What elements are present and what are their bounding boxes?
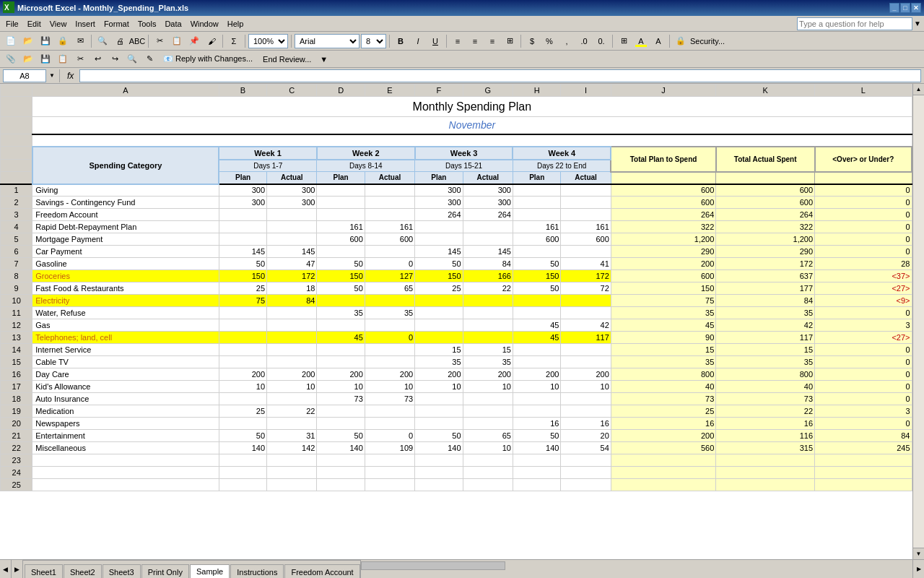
num-cell[interactable]: 84: [716, 295, 815, 307]
num-cell[interactable]: [219, 319, 266, 332]
scroll-down-btn[interactable]: ▼: [913, 548, 925, 559]
num-cell[interactable]: [267, 307, 317, 319]
num-cell[interactable]: 145: [267, 246, 317, 258]
num-cell[interactable]: 0: [365, 430, 414, 442]
num-cell[interactable]: 10: [365, 381, 414, 393]
num-cell[interactable]: 600: [716, 197, 815, 209]
review-icon9[interactable]: ✎: [141, 52, 157, 66]
row-header-h3[interactable]: [1, 172, 32, 184]
decrease-decimal-btn[interactable]: 0.: [593, 34, 609, 48]
num-cell[interactable]: [219, 332, 266, 344]
row-header-22[interactable]: 22: [1, 442, 32, 454]
num-cell[interactable]: 290: [611, 246, 716, 258]
num-cell[interactable]: 150: [219, 270, 266, 282]
menu-tools[interactable]: Tools: [134, 18, 161, 30]
num-cell[interactable]: 15: [415, 344, 463, 356]
num-cell[interactable]: 161: [317, 221, 365, 233]
num-cell[interactable]: [267, 356, 317, 368]
num-cell[interactable]: [716, 467, 815, 479]
num-cell[interactable]: 10: [463, 442, 513, 454]
num-cell[interactable]: [415, 418, 463, 430]
num-cell[interactable]: 75: [611, 295, 716, 307]
print-btn[interactable]: 🖨: [112, 34, 128, 48]
num-cell[interactable]: 10: [463, 381, 513, 393]
num-cell[interactable]: 150: [513, 270, 560, 282]
num-cell[interactable]: 600: [513, 233, 560, 246]
review-icon7[interactable]: ↪: [107, 52, 123, 66]
num-cell[interactable]: [513, 467, 560, 479]
num-cell[interactable]: <37>: [815, 270, 912, 282]
num-cell[interactable]: [513, 405, 560, 418]
review-icon8[interactable]: 🔍: [124, 52, 140, 66]
cat-cell-19[interactable]: Medication: [32, 405, 219, 418]
num-cell[interactable]: 3: [815, 319, 912, 332]
num-cell[interactable]: [463, 221, 513, 233]
num-cell[interactable]: 42: [561, 319, 611, 332]
num-cell[interactable]: [219, 209, 266, 221]
num-cell[interactable]: 0: [815, 368, 912, 381]
num-cell[interactable]: 145: [415, 246, 463, 258]
num-cell[interactable]: [513, 356, 560, 368]
num-cell[interactable]: 40: [611, 381, 716, 393]
row-header-20[interactable]: 20: [1, 418, 32, 430]
row-header-h1[interactable]: [1, 147, 32, 160]
num-cell[interactable]: 0: [815, 344, 912, 356]
num-cell[interactable]: [267, 393, 317, 405]
cell-reference[interactable]: A8: [3, 69, 46, 82]
num-cell[interactable]: 637: [716, 270, 815, 282]
num-cell[interactable]: 200: [219, 368, 266, 381]
cat-cell-21[interactable]: Entertainment: [32, 430, 219, 442]
num-cell[interactable]: 84: [267, 295, 317, 307]
sheet-tab-sheet3[interactable]: Sheet3: [103, 564, 141, 578]
cat-cell-9[interactable]: Fast Food & Restaurants: [32, 282, 219, 295]
num-cell[interactable]: 10: [513, 381, 560, 393]
num-cell[interactable]: 300: [463, 197, 513, 209]
row-header-2[interactable]: 2: [1, 197, 32, 209]
num-cell[interactable]: 31: [267, 430, 317, 442]
num-cell[interactable]: 800: [716, 368, 815, 381]
num-cell[interactable]: [513, 184, 560, 197]
num-cell[interactable]: [611, 454, 716, 467]
num-cell[interactable]: 140: [513, 442, 560, 454]
num-cell[interactable]: [267, 418, 317, 430]
num-cell[interactable]: [365, 184, 414, 197]
num-cell[interactable]: 35: [716, 307, 815, 319]
num-cell[interactable]: 16: [716, 418, 815, 430]
num-cell[interactable]: 300: [219, 184, 266, 197]
num-cell[interactable]: 322: [716, 221, 815, 233]
num-cell[interactable]: [716, 454, 815, 467]
row-header-25[interactable]: 25: [1, 479, 32, 491]
num-cell[interactable]: [513, 454, 560, 467]
num-cell[interactable]: 264: [611, 209, 716, 221]
num-cell[interactable]: 35: [716, 356, 815, 368]
num-cell[interactable]: [415, 332, 463, 344]
num-cell[interactable]: [561, 467, 611, 479]
percent-btn[interactable]: %: [541, 34, 557, 48]
scroll-right-btn[interactable]: ▶: [912, 560, 924, 578]
num-cell[interactable]: 25: [219, 282, 266, 295]
toolbar2-expand[interactable]: ▼: [320, 55, 328, 64]
italic-btn[interactable]: I: [410, 34, 426, 48]
num-cell[interactable]: 10: [219, 381, 266, 393]
num-cell[interactable]: [415, 405, 463, 418]
col-header-A[interactable]: A: [32, 85, 219, 97]
num-cell[interactable]: 50: [513, 430, 560, 442]
num-cell[interactable]: 35: [463, 356, 513, 368]
num-cell[interactable]: [317, 246, 365, 258]
num-cell[interactable]: 600: [317, 233, 365, 246]
num-cell[interactable]: 75: [219, 295, 266, 307]
num-cell[interactable]: 22: [267, 405, 317, 418]
scroll-up-btn[interactable]: ▲: [913, 84, 925, 95]
num-cell[interactable]: [219, 479, 266, 491]
num-cell[interactable]: 10: [267, 381, 317, 393]
num-cell[interactable]: [611, 479, 716, 491]
num-cell[interactable]: 20: [561, 430, 611, 442]
sheet-tab-sheet1[interactable]: Sheet1: [25, 564, 63, 578]
num-cell[interactable]: [267, 332, 317, 344]
num-cell[interactable]: [219, 307, 266, 319]
open-btn[interactable]: 📂: [20, 34, 36, 48]
cat-cell-3[interactable]: Freedom Account: [32, 209, 219, 221]
num-cell[interactable]: 142: [267, 442, 317, 454]
cat-cell-4[interactable]: Rapid Debt-Repayment Plan: [32, 221, 219, 233]
num-cell[interactable]: [513, 479, 560, 491]
